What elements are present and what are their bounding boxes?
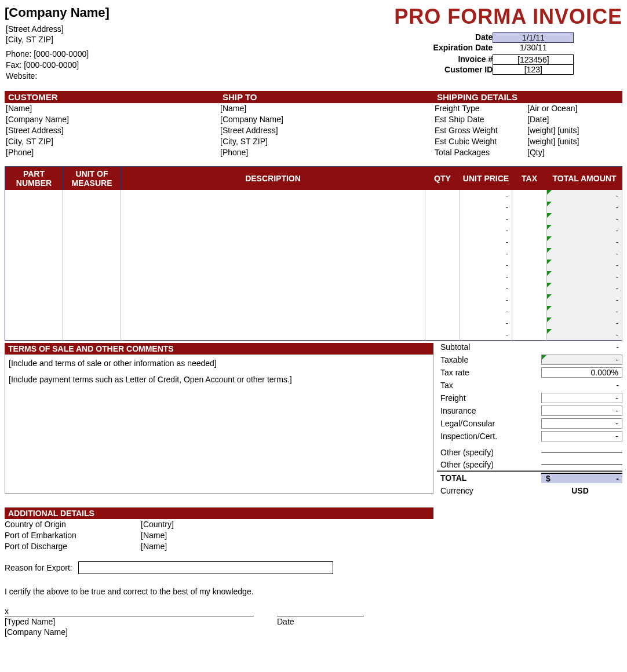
shipto-company: [Company Name] xyxy=(219,114,433,125)
table-row[interactable]: -- xyxy=(5,248,622,260)
insurance-val[interactable]: - xyxy=(541,406,622,416)
date-label: Date xyxy=(277,616,294,637)
th-qty: QTY xyxy=(425,166,460,190)
other2-label[interactable]: Other (specify) xyxy=(437,460,541,469)
meta-date-label: Date xyxy=(394,32,493,43)
shipto-phone: [Phone] xyxy=(219,147,433,158)
detail-label: Port of Discharge xyxy=(5,541,141,552)
legal-val[interactable]: - xyxy=(541,418,622,429)
meta-exp[interactable]: 1/30/11 xyxy=(493,43,574,52)
taxable-label: Taxable xyxy=(437,355,541,364)
total-label: TOTAL xyxy=(437,473,541,483)
inspect-val[interactable]: - xyxy=(541,431,622,441)
th-uom: UNIT OF MEASURE xyxy=(63,166,121,190)
meta-invno-label: Invoice # xyxy=(394,54,493,65)
signature-x: x xyxy=(5,607,254,616)
customer-head: CUSTOMER xyxy=(5,91,219,103)
table-row[interactable]: -- xyxy=(5,283,622,294)
subtotal-val: - xyxy=(541,342,622,352)
ship-val: [weight] [units] xyxy=(527,136,579,147)
taxrate-label: Tax rate xyxy=(437,368,541,377)
table-row[interactable]: -- xyxy=(5,260,622,271)
shipto-head: SHIP TO xyxy=(219,91,433,103)
total-val: $- xyxy=(541,473,622,483)
th-part: PART NUMBER xyxy=(5,166,63,190)
ship-label: Est Cubic Weight xyxy=(435,136,527,147)
meta-custid[interactable]: [123] xyxy=(493,65,574,75)
insurance-label: Insurance xyxy=(437,406,541,415)
table-row[interactable]: -- xyxy=(5,213,622,225)
ship-label: Est Gross Weight xyxy=(435,125,527,136)
meta-date[interactable]: 1/1/11 xyxy=(493,32,574,43)
currency-label: Currency xyxy=(437,486,541,495)
table-row[interactable]: -- xyxy=(5,190,622,202)
th-desc: DESCRIPTION xyxy=(121,166,425,190)
th-tax: TAX xyxy=(512,166,547,190)
table-row[interactable]: -- xyxy=(5,202,622,213)
other2-val[interactable] xyxy=(541,464,622,465)
freight-label: Freight xyxy=(437,393,541,403)
taxrate-val[interactable]: 0.000% xyxy=(541,367,622,378)
detail-label: Country of Origin xyxy=(5,519,141,530)
tax-val: - xyxy=(541,381,622,390)
subtotal-label: Subtotal xyxy=(437,342,541,352)
table-row[interactable]: -- xyxy=(5,306,622,317)
shipping-head: SHIPPING DETAILS xyxy=(433,91,622,103)
company-website: Website: xyxy=(5,71,110,82)
meta-exp-label: Expiration Date xyxy=(394,43,493,52)
th-price: UNIT PRICE xyxy=(460,166,512,190)
terms-line1: [Include and terms of sale or other info… xyxy=(9,357,429,370)
terms-body[interactable]: [Include and terms of sale or other info… xyxy=(5,355,433,494)
certification-text: I certify the above to be true and corre… xyxy=(5,587,622,596)
ship-val: [Date] xyxy=(527,114,549,125)
detail-val: [Country] xyxy=(141,519,174,530)
company-phone: Phone: [000-000-0000] xyxy=(5,49,110,60)
formula-indicator-icon xyxy=(542,355,546,360)
shipto-name: [Name] xyxy=(219,103,433,114)
sig-company: [Company Name] xyxy=(5,627,254,637)
table-row[interactable]: -- xyxy=(5,271,622,283)
inspect-label: Inspection/Cert. xyxy=(437,432,541,441)
taxable-val: - xyxy=(541,355,622,365)
doc-title: PRO FORMA INVOICE xyxy=(394,5,622,29)
ship-val: [Air or Ocean] xyxy=(527,103,577,114)
company-fax: Fax: [000-000-0000] xyxy=(5,60,110,71)
table-row[interactable]: -- xyxy=(5,317,622,329)
table-row[interactable]: -- xyxy=(5,225,622,236)
other1-label[interactable]: Other (specify) xyxy=(437,448,541,457)
detail-label: Port of Embarkation xyxy=(5,530,141,541)
currency-val: USD xyxy=(541,486,622,495)
customer-phone: [Phone] xyxy=(5,147,219,158)
tax-label: Tax xyxy=(437,381,541,390)
terms-line2: [Include payment terms such as Letter of… xyxy=(9,373,429,386)
ship-val: [Qty] xyxy=(527,147,545,158)
customer-citystzip: [City, ST ZIP] xyxy=(5,136,219,147)
table-row[interactable]: -- xyxy=(5,294,622,306)
customer-name: [Name] xyxy=(5,103,219,114)
customer-company: [Company Name] xyxy=(5,114,219,125)
shipto-street: [Street Address] xyxy=(219,125,433,136)
ship-label: Total Packages xyxy=(435,147,527,158)
ship-label: Est Ship Date xyxy=(435,114,527,125)
items-table: PART NUMBER UNIT OF MEASURE DESCRIPTION … xyxy=(5,166,622,341)
table-row[interactable]: -- xyxy=(5,329,622,341)
company-name: [Company Name] xyxy=(5,5,110,21)
th-total: TOTAL AMOUNT xyxy=(547,166,622,190)
meta-custid-label: Customer ID xyxy=(394,65,493,75)
detail-val: [Name] xyxy=(141,530,167,541)
terms-head: TERMS OF SALE AND OTHER COMMENTS xyxy=(5,343,433,355)
freight-val[interactable]: - xyxy=(541,393,622,403)
company-street: [Street Address] xyxy=(5,24,110,35)
table-row[interactable]: -- xyxy=(5,236,622,248)
detail-val: [Name] xyxy=(141,541,167,552)
other1-val[interactable] xyxy=(541,452,622,453)
meta-invno[interactable]: [123456] xyxy=(493,54,574,65)
customer-street: [Street Address] xyxy=(5,125,219,136)
ship-val: [weight] [units] xyxy=(527,125,579,136)
reason-label: Reason for Export: xyxy=(5,563,72,572)
company-citystzip: [City, ST ZIP] xyxy=(5,34,110,45)
legal-label: Legal/Consular xyxy=(437,419,541,428)
reason-input[interactable] xyxy=(78,561,333,574)
additional-head: ADDITIONAL DETAILS xyxy=(5,507,433,519)
shipto-citystzip: [City, ST ZIP] xyxy=(219,136,433,147)
